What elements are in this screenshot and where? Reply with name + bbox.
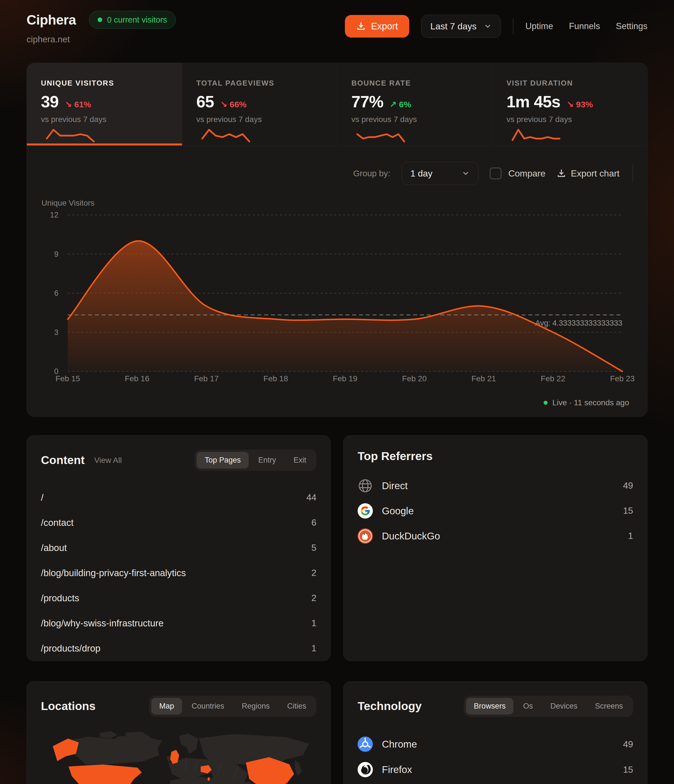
browser-row-partial[interactable] <box>357 782 633 784</box>
page-row[interactable]: /about5 <box>41 535 317 560</box>
x-axis-label: Feb 16 <box>125 374 149 383</box>
header-actions: Export Last 7 days UptimeFunnelsSettings <box>345 15 648 38</box>
stat-card-total-pageviews[interactable]: TOTAL PAGEVIEWS65↘ 66%vs previous 7 days <box>182 63 337 145</box>
tab-devices[interactable]: Devices <box>542 698 585 714</box>
visitors-chart-svg: Unique Visitors036912Avg: 4.333333333333… <box>41 195 639 392</box>
tab-os[interactable]: Os <box>515 698 541 714</box>
group-by-select[interactable]: 1 day <box>402 162 478 185</box>
browser-row[interactable]: Chrome49 <box>357 731 633 757</box>
top-pages-list: /44/contact6/about5/blog/building-privac… <box>41 485 317 661</box>
stat-card-visit-duration[interactable]: VISIT DURATION1m 45s↘ 93%vs previous 7 d… <box>492 63 648 145</box>
page-row[interactable]: /blog/why-swiss-infrastructure1 <box>41 611 317 636</box>
y-axis-label: 3 <box>54 328 58 337</box>
stat-value: 65 <box>196 92 214 111</box>
page-row[interactable]: /products2 <box>41 585 317 611</box>
page-path: /about <box>41 543 67 553</box>
live-dot-icon <box>544 401 548 405</box>
chart-area-fill <box>68 241 622 372</box>
x-axis-label: Feb 20 <box>402 374 427 383</box>
tab-entry[interactable]: Entry <box>250 452 284 468</box>
y-axis-label: 12 <box>50 211 58 219</box>
tab-cities[interactable]: Cities <box>279 698 314 714</box>
content-panel: Content View All Top PagesEntryExit /44/… <box>26 435 331 661</box>
dashboard-page: Ciphera 0 current visitors ciphera.net E… <box>0 0 674 784</box>
sparkline-chart <box>351 127 410 145</box>
locations-title: Locations <box>41 700 96 713</box>
content-tabs: Top PagesEntryExit <box>194 450 317 471</box>
nav-link-settings[interactable]: Settings <box>616 21 648 31</box>
tab-exit[interactable]: Exit <box>286 452 314 468</box>
map-country-alaska[interactable] <box>53 739 79 761</box>
x-axis-label: Feb 18 <box>263 374 288 383</box>
row-label: DuckDuckGo <box>382 530 440 542</box>
tab-map[interactable]: Map <box>151 698 182 714</box>
stat-card-unique-visitors[interactable]: UNIQUE VISITORS39↘ 61%vs previous 7 days <box>27 63 182 145</box>
row-label: Firefox <box>382 764 412 775</box>
tab-top-pages[interactable]: Top Pages <box>197 452 248 468</box>
view-all-link[interactable]: View All <box>94 456 122 465</box>
referrer-row[interactable]: Direct49 <box>357 473 633 498</box>
technology-title: Technology <box>357 700 422 713</box>
page-row[interactable]: /contact6 <box>41 510 317 535</box>
world-map[interactable] <box>41 729 317 784</box>
page-count: 1 <box>311 618 317 628</box>
row-count: 49 <box>623 481 633 491</box>
row-count: 15 <box>623 506 633 516</box>
stat-value: 77% <box>351 92 383 111</box>
browsers-list: Chrome49Firefox15 <box>357 731 633 784</box>
bottom-row: Locations MapCountriesRegionsCities Tech… <box>26 681 648 784</box>
nav-link-uptime[interactable]: Uptime <box>525 21 553 31</box>
chrome-icon <box>357 737 373 752</box>
group-by-value: 1 day <box>410 168 432 179</box>
technology-tabs: BrowsersOsDevicesScreens <box>464 695 633 717</box>
page-row[interactable]: /44 <box>41 485 317 510</box>
brand-name: Ciphera <box>26 12 76 28</box>
globe-icon <box>357 478 373 493</box>
current-visitors-badge[interactable]: 0 current visitors <box>89 11 176 29</box>
stat-value-row: 77%↗ 6% <box>351 92 492 111</box>
page-path: / <box>41 492 43 503</box>
stat-card-bounce-rate[interactable]: BOUNCE RATE77%↗ 6%vs previous 7 days <box>337 63 492 145</box>
map-japan <box>295 760 302 776</box>
export-chart-button[interactable]: Export chart <box>557 168 620 179</box>
download-icon <box>557 169 566 178</box>
visitors-chart[interactable]: Unique Visitors036912Avg: 4.333333333333… <box>27 195 647 392</box>
row-count: 49 <box>623 739 633 750</box>
stat-label: BOUNCE RATE <box>351 79 492 87</box>
tab-browsers[interactable]: Browsers <box>466 698 514 714</box>
x-axis-label: Feb 17 <box>194 374 219 383</box>
nav-link-funnels[interactable]: Funnels <box>569 21 600 31</box>
page-row[interactable]: /blog/building-privacy-first-analytics2 <box>41 560 317 585</box>
stat-value: 1m 45s <box>506 92 561 111</box>
live-dot-icon <box>98 17 102 22</box>
page-count: 5 <box>311 543 317 553</box>
export-button[interactable]: Export <box>345 15 409 37</box>
referrer-row[interactable]: Google15 <box>357 498 633 523</box>
tab-countries[interactable]: Countries <box>184 698 232 714</box>
date-range-select[interactable]: Last 7 days <box>421 15 501 38</box>
sparkline-chart <box>196 127 255 145</box>
stat-value-row: 1m 45s↘ 93% <box>506 92 648 111</box>
page-row[interactable]: /products/drop1 <box>41 636 317 661</box>
map-country-china[interactable] <box>246 757 294 784</box>
site-domain: ciphera.net <box>26 34 176 45</box>
referrer-row[interactable]: DuckDuckGo1 <box>357 523 633 549</box>
row-label: Chrome <box>382 739 417 750</box>
map-country-usa[interactable] <box>68 764 142 784</box>
tab-regions[interactable]: Regions <box>234 698 278 714</box>
page-path: /products/drop <box>41 643 101 654</box>
content-title: Content <box>41 454 85 467</box>
browser-row[interactable]: Firefox15 <box>357 757 633 782</box>
page-path: /blog/why-swiss-infrastructure <box>41 618 164 628</box>
duckduckgo-icon <box>357 529 373 544</box>
stat-compare-label: vs previous 7 days <box>351 115 492 124</box>
tab-screens[interactable]: Screens <box>587 698 631 714</box>
compare-checkbox[interactable] <box>490 168 502 179</box>
stat-compare-label: vs previous 7 days <box>506 115 648 124</box>
page-path: /blog/building-privacy-first-analytics <box>41 568 186 579</box>
map-scandinavia <box>179 733 199 754</box>
page-count: 44 <box>306 492 317 503</box>
referrers-panel: Top Referrers Direct49Google15DuckDuckGo… <box>343 435 648 661</box>
chevron-down-icon <box>462 170 470 177</box>
y-axis-label: 9 <box>54 250 58 258</box>
